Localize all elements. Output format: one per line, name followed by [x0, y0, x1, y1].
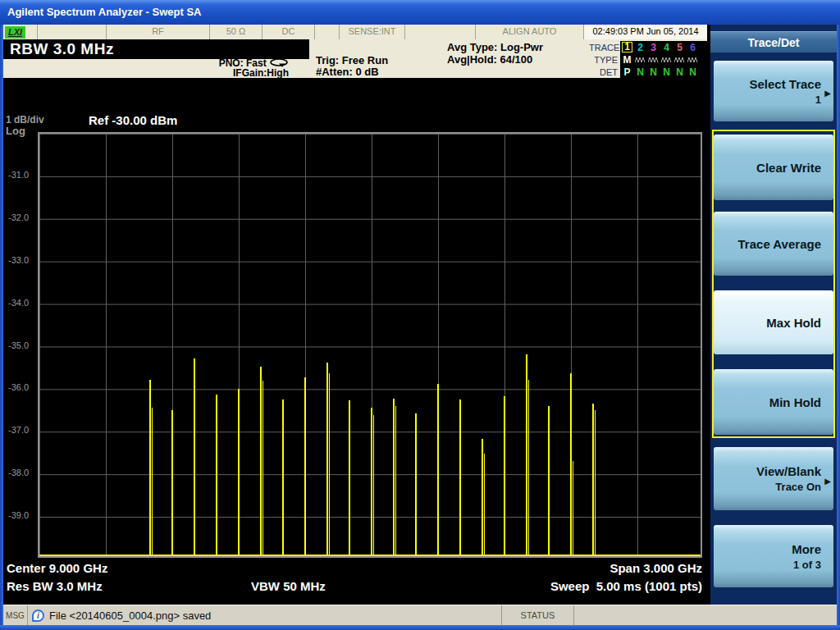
trace-spike [573, 461, 573, 556]
softkey-min-hold[interactable]: Min Hold [714, 369, 833, 435]
trace-spike [437, 384, 439, 556]
vbw-label: VBW 50 MHz [251, 579, 326, 593]
trace-type-waveform-icon [674, 56, 685, 64]
det-row-label: DET [589, 67, 620, 77]
softkey-more[interactable]: More 1 of 3 [714, 525, 833, 587]
detector-mode-3: N [648, 66, 659, 78]
softkey-clear-write[interactable]: Clear Write [714, 135, 833, 200]
trace-types-box: M [620, 53, 707, 66]
align-indicator: ALIGN AUTO [476, 25, 584, 39]
softkey-select-trace[interactable]: Select Trace 1 ▶ [714, 61, 833, 121]
trace-spike [415, 413, 417, 557]
window-title: Agilent Spectrum Analyzer - Swept SA [7, 6, 201, 18]
y-axis-tick-label: -32.0 [8, 212, 29, 222]
softkey-trace-average[interactable]: Trace Average [714, 212, 833, 276]
app-window: Agilent Spectrum Analyzer - Swept SA LXI… [0, 0, 840, 630]
y-axis-tick-label: -37.0 [8, 425, 29, 435]
msg-cell-label: MSG [3, 605, 28, 625]
message-cell: i File <20140605_0004.png> saved [28, 605, 502, 625]
det-row: DET PNNNNN [589, 66, 707, 78]
impedance-indicator: 50 Ω [210, 25, 262, 39]
softkey-label: Max Hold [766, 316, 821, 330]
softkey-value: Trace On [775, 481, 821, 493]
softkey-value: 1 of 3 [793, 559, 821, 571]
softkey-label: Trace Average [738, 237, 821, 251]
trace-type-waveform-icon [687, 56, 698, 64]
span-label: Span 3.000 GHz [609, 561, 702, 575]
type-row-label: TYPE [589, 55, 620, 65]
softkey-label: Clear Write [756, 161, 821, 175]
trace-mode-group-highlight: Clear Write Trace Average Max Hold Min H… [712, 130, 835, 438]
trace-spike [548, 406, 550, 556]
y-axis-tick-label: -33.0 [8, 255, 29, 265]
y-axis-tick-label: -36.0 [8, 382, 29, 392]
coupling-indicator: DC [262, 25, 315, 39]
trace-noise-floor [39, 555, 701, 556]
status-cell-blank [405, 25, 476, 39]
title-bar[interactable]: Agilent Spectrum Analyzer - Swept SA [0, 0, 840, 25]
detector-mode-4: N [661, 66, 672, 78]
status-cell-content [574, 605, 837, 625]
plot-area [38, 132, 702, 558]
softkey-view-blank[interactable]: View/Blank Trace On ▶ [714, 447, 833, 510]
trace-row-label: TRACE [589, 43, 620, 52]
trace-spike [504, 396, 505, 556]
sense-indicator: SENSE:INT [340, 25, 405, 39]
ifgain-label: IFGain:High [233, 67, 289, 79]
status-cell-blank [315, 25, 340, 39]
detector-mode-6: N [687, 66, 698, 78]
trace-1-number: 1 [622, 42, 632, 52]
softkey-max-hold[interactable]: Max Hold [714, 290, 833, 354]
softkey-label: Select Trace [749, 77, 821, 91]
rf-input-indicator: RF [107, 25, 210, 39]
trace-type-waveform-icon [661, 56, 672, 64]
detector-mode-5: N [674, 66, 685, 78]
trace-3-number: 3 [648, 42, 659, 53]
trace-spike [484, 454, 485, 556]
clock-display: 02:49:03 PM Jun 05, 2014 [584, 25, 707, 39]
softkey-menu-title: Trace/Det [710, 31, 837, 52]
trace-spike [152, 408, 153, 556]
y-axis-tick-label: -35.0 [8, 340, 29, 350]
trace-spike [373, 415, 374, 557]
rbw-readout: RBW 3.0 MHz [3, 39, 309, 59]
softkey-value: 1 [815, 94, 821, 106]
submenu-arrow-icon: ▶ [824, 89, 831, 98]
y-axis-tick-label: -34.0 [8, 298, 29, 308]
annotation-bar: RBW 3.0 MHz PNO: Fast IFGain:High Trig: … [3, 39, 707, 78]
trace-spike [595, 410, 596, 556]
detector-modes-box: PNNNNN [620, 66, 707, 78]
trace-spike [304, 377, 306, 556]
trace-spike [282, 399, 284, 556]
trace-spike [194, 358, 195, 557]
detector-mode-2: N [635, 66, 646, 78]
avg-hold-count-label: Avg|Hold: 64/100 [447, 53, 532, 66]
average-block: Avg Type: Log-Pwr Avg|Hold: 64/100 [447, 41, 543, 66]
res-bw-label: Res BW 3.0 MHz [7, 579, 103, 593]
window-border-right [837, 25, 840, 630]
trace-5-number: 5 [674, 42, 685, 53]
spectrum-display: 1 dB/div Log Ref -30.00 dBm Center 9.000… [3, 78, 707, 605]
trace-spike [329, 373, 330, 556]
submenu-arrow-icon: ▶ [824, 477, 831, 486]
softkey-label: View/Blank [756, 464, 821, 478]
trace-spike [395, 406, 396, 556]
trace-6-number: 6 [687, 42, 698, 53]
trace-4-number: 4 [661, 42, 672, 53]
status-cell-label: STATUS [502, 605, 574, 625]
y-axis-tick-label: -39.0 [8, 510, 29, 520]
trace-numbers-box: 123456 [620, 41, 707, 53]
lxi-indicator: LXI [3, 25, 38, 39]
avg-type-label: Avg Type: Log-Pwr [447, 41, 543, 53]
trace-2-number: 2 [635, 42, 646, 53]
trace-spike [349, 400, 350, 556]
scale-type-label: Log [6, 125, 25, 137]
window-border-bottom [0, 625, 840, 630]
trigger-block: Trig: Free Run #Atten: 0 dB [316, 55, 388, 78]
trace-row: TRACE 123456 [589, 41, 707, 53]
center-freq-label: Center 9.000 GHz [7, 561, 107, 575]
sweep-label: Sweep 5.00 ms (1001 pts) [550, 579, 702, 593]
softkey-label: More [792, 542, 821, 556]
status-cell-blank [38, 25, 107, 39]
trace-spike [238, 389, 240, 556]
